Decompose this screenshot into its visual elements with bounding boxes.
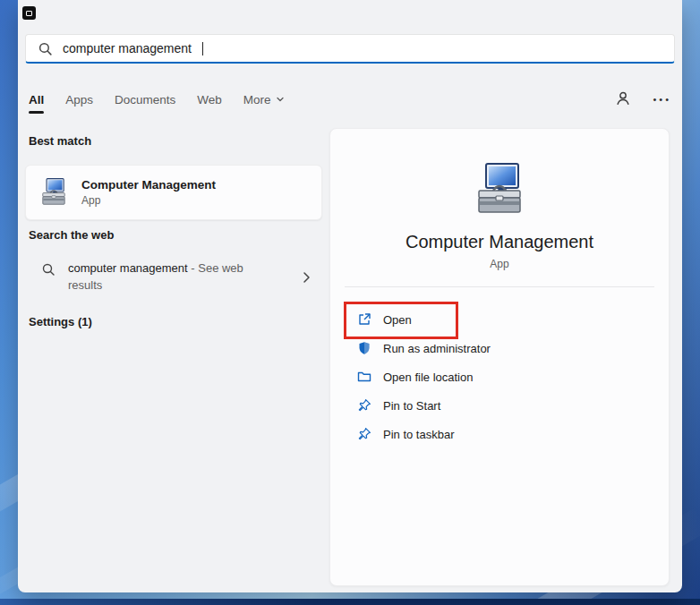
tab-all[interactable]: All	[29, 93, 44, 107]
search-input-value[interactable]: computer management	[63, 41, 192, 55]
pin-icon	[357, 398, 371, 413]
search-input[interactable]: computer management	[25, 34, 675, 64]
tab-apps[interactable]: Apps	[65, 93, 93, 107]
best-match-title: Computer Management	[81, 178, 216, 192]
action-label: Run as administrator	[383, 342, 491, 355]
tab-documents[interactable]: Documents	[115, 93, 175, 107]
search-window-icon	[22, 6, 36, 20]
account-options-icon[interactable]	[615, 90, 631, 109]
computer-management-icon	[471, 161, 528, 218]
web-result-query: computer management	[68, 261, 188, 275]
action-open-file-location[interactable]: Open file location	[330, 362, 669, 391]
pin-icon	[357, 427, 371, 441]
open-icon	[357, 312, 371, 327]
action-list: Open Run as administrator Open file loca…	[330, 305, 669, 448]
preview-panel: Computer Management App Open Run as admi…	[329, 128, 670, 586]
settings-section-header: Settings (1)	[29, 315, 92, 328]
divider	[345, 286, 654, 287]
action-open[interactable]: Open	[330, 305, 669, 334]
text-cursor	[202, 42, 204, 55]
web-search-result[interactable]: computer management - See web results	[25, 254, 322, 301]
chevron-down-icon	[276, 95, 285, 104]
shield-icon	[357, 341, 371, 355]
action-label: Pin to taskbar	[383, 428, 455, 441]
folder-icon	[357, 370, 371, 384]
taskbar-edge	[0, 599, 700, 605]
search-icon	[41, 262, 55, 277]
tabs-right-controls: •••	[615, 90, 671, 109]
tab-more[interactable]: More	[243, 93, 285, 107]
web-result-text: computer management - See web results	[68, 260, 258, 294]
more-options-icon[interactable]: •••	[653, 95, 671, 105]
search-icon	[38, 41, 53, 56]
action-label: Open	[383, 313, 412, 327]
action-label: Pin to Start	[383, 399, 440, 413]
best-match-text: Computer Management App	[81, 178, 216, 207]
search-flyout: computer management All Apps Documents W…	[18, 0, 682, 592]
action-pin-to-taskbar[interactable]: Pin to taskbar	[330, 420, 669, 448]
computer-management-icon	[38, 177, 69, 208]
best-match-header: Best match	[29, 134, 91, 148]
chevron-right-icon[interactable]	[299, 270, 313, 285]
action-pin-to-start[interactable]: Pin to Start	[330, 391, 669, 420]
tab-web[interactable]: Web	[197, 93, 222, 107]
action-run-as-administrator[interactable]: Run as administrator	[330, 334, 669, 362]
best-match-subtitle: App	[81, 194, 216, 207]
action-label: Open file location	[383, 371, 473, 384]
best-match-result[interactable]: Computer Management App	[25, 165, 322, 220]
desktop: computer management All Apps Documents W…	[0, 0, 700, 605]
preview-subtitle: App	[490, 258, 508, 270]
preview-title: Computer Management	[405, 232, 593, 252]
web-section-header: Search the web	[29, 228, 114, 242]
filter-tabs: All Apps Documents Web More •••	[25, 86, 675, 113]
